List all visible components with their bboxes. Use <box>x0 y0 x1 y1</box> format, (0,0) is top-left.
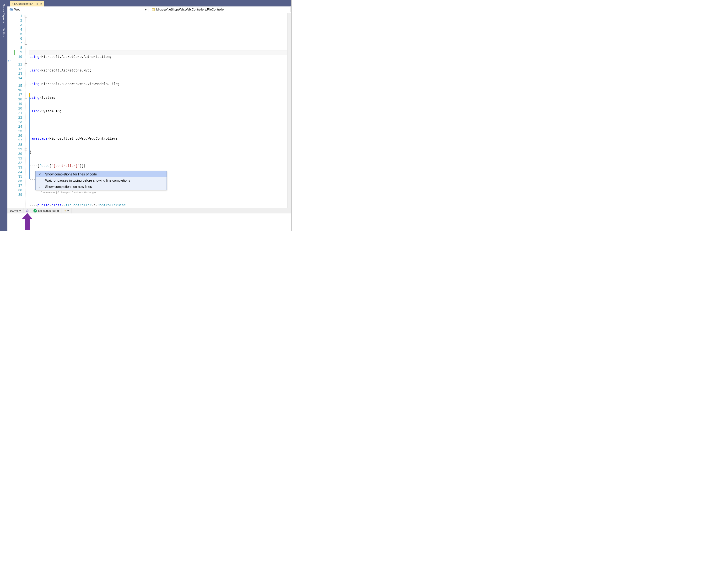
toolbox-tab[interactable]: Toolbox <box>2 28 5 37</box>
tab-filename: FileController.cs* <box>12 2 33 5</box>
line-number-gutter: 1234567891011121314151617181920212223242… <box>12 13 24 208</box>
document-tab-row: FileController.cs* ⊓ × <box>7 0 291 6</box>
outline-toggle[interactable]: - <box>25 148 27 151</box>
navigation-bar: Web ▾ Microsoft.eShopWeb.Web.Controllers… <box>7 6 291 13</box>
outline-toggle[interactable]: - <box>25 98 27 101</box>
codelens[interactable]: 0 references | 0 changes | 0 authors, 0 … <box>29 191 287 194</box>
popup-item-wait-pauses[interactable]: Wait for pauses in typing before showing… <box>35 177 166 183</box>
broom-icon: ✦ <box>64 209 67 213</box>
vertical-scrollbar[interactable] <box>287 13 291 208</box>
svg-marker-2 <box>22 213 33 230</box>
chevron-down-icon: ▾ <box>19 209 21 212</box>
reference-glyph[interactable]: ●↑ <box>8 59 11 62</box>
svg-rect-1 <box>152 8 154 11</box>
check-circle-icon: ✓ <box>33 209 37 212</box>
popup-item-new-lines[interactable]: ✓ Show completions on new lines <box>35 183 166 190</box>
check-icon: ✓ <box>38 173 41 176</box>
close-icon[interactable]: × <box>41 2 42 5</box>
outline-toggle[interactable]: - <box>25 42 27 45</box>
check-icon: ✓ <box>38 185 41 189</box>
popup-label: Show completions for lines of code <box>45 172 97 176</box>
issues-text: No issues found <box>38 209 59 212</box>
intellicode-button[interactable]: ✪ <box>23 208 31 214</box>
nav-member-text: Microsoft.eShopWeb.Web.Controllers.FileC… <box>156 8 225 11</box>
chevron-down-icon: ▾ <box>68 209 69 212</box>
globe-icon <box>9 8 13 11</box>
code-cleanup-button[interactable]: ✦ ▾ <box>61 208 72 214</box>
callout-arrow <box>22 213 33 230</box>
document-tab-filecontroller[interactable]: FileController.cs* ⊓ × <box>10 1 44 6</box>
popup-label: Wait for pauses in typing before showing… <box>45 179 130 182</box>
method-icon <box>152 8 155 11</box>
chevron-down-icon: ▾ <box>144 8 147 11</box>
popup-label: Show completions on new lines <box>45 185 92 189</box>
nav-member-dropdown[interactable]: Microsoft.eShopWeb.Web.Controllers.FileC… <box>150 7 291 12</box>
code-editor[interactable]: ●↑ 1234567891011121314151617181920212223… <box>7 13 291 208</box>
zoom-dropdown[interactable]: 100 % ▾ <box>7 208 23 214</box>
server-explorer-tab[interactable]: Server Explorer <box>2 4 5 23</box>
zoom-value: 100 % <box>10 209 18 212</box>
brain-icon: ✪ <box>26 209 29 213</box>
left-toolwindow-strip: Server Explorer Toolbox <box>0 0 7 231</box>
popup-item-show-completions[interactable]: ✓ Show completions for lines of code <box>35 171 166 177</box>
nav-project-dropdown[interactable]: Web ▾ <box>8 7 149 12</box>
pin-icon[interactable]: ⊓ <box>36 2 38 5</box>
outline-toggle[interactable]: - <box>25 15 27 18</box>
error-status[interactable]: ✓ No issues found <box>31 208 61 214</box>
editor-status-bar: 100 % ▾ ✪ ✓ No issues found ✦ ▾ <box>7 208 291 214</box>
outline-toggle[interactable]: - <box>25 84 27 87</box>
intellicode-popup: ✓ Show completions for lines of code Wai… <box>35 171 167 190</box>
nav-project-text: Web <box>14 8 20 11</box>
outline-toggle[interactable]: - <box>25 63 27 66</box>
